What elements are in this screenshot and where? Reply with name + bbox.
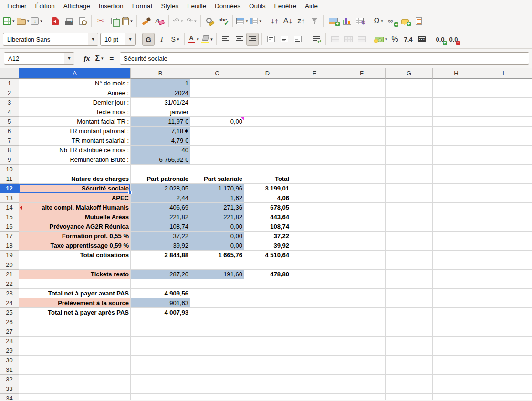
cell-C15[interactable]: 221,82 bbox=[190, 212, 244, 222]
column-header-F[interactable]: F bbox=[338, 68, 386, 79]
cell-H26[interactable] bbox=[433, 317, 480, 327]
cell-D2[interactable] bbox=[244, 88, 291, 98]
new-spreadsheet-dropdown-icon[interactable]: ▾ bbox=[12, 19, 15, 23]
cell-I25[interactable] bbox=[480, 308, 527, 317]
undo-button[interactable]: ↶▾ bbox=[172, 15, 184, 28]
cell-D11[interactable]: Total bbox=[244, 174, 291, 184]
cell-H8[interactable] bbox=[433, 146, 480, 155]
cell-G21[interactable] bbox=[386, 270, 433, 279]
cell-I8[interactable] bbox=[480, 146, 527, 155]
cell-E9[interactable] bbox=[291, 155, 338, 165]
cell-I9[interactable] bbox=[480, 155, 527, 165]
cell-H24[interactable] bbox=[433, 298, 480, 308]
cell-A21[interactable]: Tickets resto bbox=[19, 270, 131, 279]
cell-A1[interactable]: N° de mois : bbox=[19, 79, 131, 88]
cell-I27[interactable] bbox=[480, 327, 527, 337]
cell-D31[interactable] bbox=[244, 365, 291, 375]
cell-C22[interactable] bbox=[190, 279, 244, 289]
cell-D33[interactable] bbox=[244, 384, 291, 394]
cell-E4[interactable] bbox=[291, 107, 338, 117]
cell-C14[interactable]: 271,36 bbox=[190, 203, 244, 212]
cell-F14[interactable] bbox=[338, 203, 386, 212]
cell-F30[interactable] bbox=[338, 356, 386, 365]
cell-A27[interactable] bbox=[19, 327, 131, 337]
cell-G14[interactable] bbox=[386, 203, 433, 212]
name-box[interactable]: A12 ▼ bbox=[4, 52, 74, 65]
cell-B5[interactable]: 11,97 € bbox=[131, 117, 190, 127]
cell-D15[interactable]: 443,64 bbox=[244, 212, 291, 222]
cell-C9[interactable] bbox=[190, 155, 244, 165]
cell-I10[interactable] bbox=[480, 165, 527, 174]
cell-B18[interactable]: 39,92 bbox=[131, 241, 190, 251]
cut-button[interactable]: ✂ bbox=[94, 15, 107, 28]
cell-F13[interactable] bbox=[338, 193, 386, 203]
cell-F4[interactable] bbox=[338, 107, 386, 117]
cell-H31[interactable] bbox=[433, 365, 480, 375]
cell-E5[interactable] bbox=[291, 117, 338, 127]
cell-G20[interactable] bbox=[386, 260, 433, 270]
cell-I31[interactable] bbox=[480, 365, 527, 375]
cell-H34[interactable] bbox=[433, 394, 480, 400]
cell-B32[interactable] bbox=[131, 375, 190, 384]
cell-H2[interactable] bbox=[433, 88, 480, 98]
row-header-18[interactable]: 18 bbox=[0, 241, 19, 251]
cell-B27[interactable] bbox=[131, 327, 190, 337]
cell-A23[interactable]: Total net à payer avant PAS bbox=[19, 289, 131, 298]
cell-B20[interactable] bbox=[131, 260, 190, 270]
cell-H18[interactable] bbox=[433, 241, 480, 251]
row-header-20[interactable]: 20 bbox=[0, 260, 19, 270]
row-header-9[interactable]: 9 bbox=[0, 155, 19, 165]
cell-C20[interactable] bbox=[190, 260, 244, 270]
function-wizard-button[interactable]: fx bbox=[81, 52, 93, 64]
cell-I3[interactable] bbox=[480, 98, 527, 107]
cell-G12[interactable] bbox=[386, 184, 433, 193]
cell-D23[interactable] bbox=[244, 289, 291, 298]
cell-H11[interactable] bbox=[433, 174, 480, 184]
cell-G13[interactable] bbox=[386, 193, 433, 203]
font-color-dropdown-icon[interactable]: ▾ bbox=[197, 37, 199, 42]
insert-image-button[interactable]: + bbox=[327, 15, 339, 28]
menu-insertion[interactable]: Insertion bbox=[94, 0, 128, 11]
sort-button[interactable]: ↓↑ bbox=[268, 15, 281, 28]
cell-A8[interactable]: Nb TR distribué ce mois : bbox=[19, 146, 131, 155]
cell-G17[interactable] bbox=[386, 232, 433, 241]
row-header-13[interactable]: 13 bbox=[0, 193, 19, 203]
cell-D13[interactable]: 4,06 bbox=[244, 193, 291, 203]
clear-formatting-button[interactable] bbox=[153, 15, 166, 28]
formula-input[interactable]: Sécurité sociale bbox=[120, 52, 529, 65]
cell-I12[interactable] bbox=[480, 184, 527, 193]
row-header-26[interactable]: 26 bbox=[0, 317, 19, 327]
cell-I32[interactable] bbox=[480, 375, 527, 384]
insert-chart-button[interactable] bbox=[340, 15, 353, 28]
cell-I18[interactable] bbox=[480, 241, 527, 251]
cell-E22[interactable] bbox=[291, 279, 338, 289]
cell-I26[interactable] bbox=[480, 317, 527, 327]
cell-F20[interactable] bbox=[338, 260, 386, 270]
cell-E6[interactable] bbox=[291, 127, 338, 136]
cell-D20[interactable] bbox=[244, 260, 291, 270]
cell-C19[interactable]: 1 665,76 bbox=[190, 251, 244, 260]
cell-B34[interactable] bbox=[131, 394, 190, 400]
cell-E14[interactable] bbox=[291, 203, 338, 212]
cell-E7[interactable] bbox=[291, 136, 338, 146]
row-header-14[interactable]: 14 bbox=[0, 203, 19, 212]
cell-G28[interactable] bbox=[386, 337, 433, 346]
cell-G31[interactable] bbox=[386, 365, 433, 375]
cell-B10[interactable] bbox=[131, 165, 190, 174]
cell-B1[interactable]: 1 bbox=[131, 79, 190, 88]
cell-B12[interactable]: 2 028,05 bbox=[131, 184, 190, 193]
cell-I34[interactable] bbox=[480, 394, 527, 400]
row-header-24[interactable]: 24 bbox=[0, 298, 19, 308]
cell-G19[interactable] bbox=[386, 251, 433, 260]
cell-A17[interactable]: Formation prof. 0,55 % bbox=[19, 232, 131, 241]
cell-G29[interactable] bbox=[386, 346, 433, 356]
cell-F24[interactable] bbox=[338, 298, 386, 308]
underline-dropdown-icon[interactable]: ▾ bbox=[177, 37, 179, 42]
cell-F26[interactable] bbox=[338, 317, 386, 327]
row-header-22[interactable]: 22 bbox=[0, 279, 19, 289]
cell-B4[interactable]: janvier bbox=[131, 107, 190, 117]
cell-F21[interactable] bbox=[338, 270, 386, 279]
cell-F12[interactable] bbox=[338, 184, 386, 193]
cell-F33[interactable] bbox=[338, 384, 386, 394]
cell-E23[interactable] bbox=[291, 289, 338, 298]
